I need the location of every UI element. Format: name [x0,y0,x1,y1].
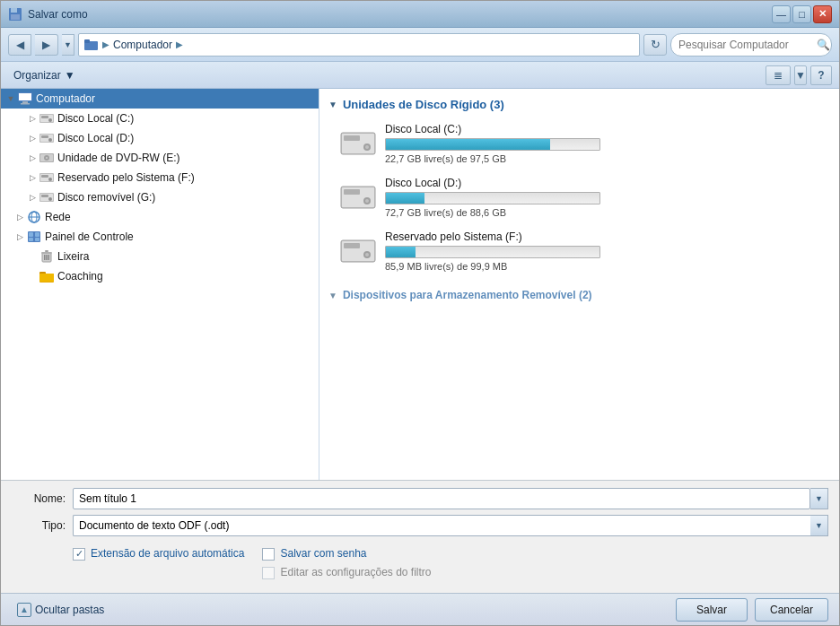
view-list-icon: ≣ [774,69,783,82]
svg-rect-8 [21,103,30,105]
search-icon-button[interactable]: 🔍 [817,39,830,51]
location-bar[interactable]: ▶ Computador ▶ [78,33,640,57]
nav-dropdown-button[interactable]: ▼ [62,34,74,56]
forward-button[interactable]: ▶ [35,34,58,56]
organize-button[interactable]: Organizar ▼ [8,66,81,84]
hide-folders-button[interactable]: ▲ Ocultar pastas [12,600,109,620]
network-icon [26,210,42,224]
disk-info-d: Disco Local (D:) 72,7 GB livre(s) de 88,… [385,177,827,218]
tree-item-controlpanel[interactable]: ▷ Painel de Controle [1,227,319,247]
svg-rect-42 [48,255,50,260]
disk-item-c[interactable]: Disco Local (C:) 22,7 GB livre(s) de 97,… [337,120,830,167]
svg-rect-45 [39,274,54,282]
disk-item-d[interactable]: Disco Local (D:) 72,7 GB livre(s) de 88,… [337,174,830,221]
svg-rect-7 [22,101,28,103]
nome-dropdown-button[interactable]: ▼ [810,488,828,509]
disk-name-f: Reservado pelo Sistema (F:) [385,230,827,243]
save-dialog: Salvar como — □ ✕ ◀ ▶ ▼ ▶ Computador ▶ ↻… [0,0,840,626]
disk-name-c: Disco Local (C:) [385,123,827,135]
checkbox-password-label[interactable]: Salvar com senha [280,547,366,561]
nome-input[interactable] [73,488,810,509]
tree-label-coaching: Coaching [57,270,103,283]
tree-item-c[interactable]: ▷ Disco Local (C:) [1,109,319,128]
disk-bar-container-c [385,138,600,151]
dialog-footer: ▲ Ocultar pastas Salvar Cancelar [1,593,839,625]
tree-item-network[interactable]: ▷ Rede [1,207,319,227]
close-button[interactable]: ✕ [813,5,832,23]
disk-img-c [340,128,376,160]
nome-row: Nome: ▼ [12,488,828,509]
toolbar2-right: ≣ ▼ ? [766,65,832,85]
disk-bar-c [386,139,550,150]
controlpanel-icon [26,230,42,244]
help-icon: ? [818,69,824,82]
svg-rect-53 [344,189,360,195]
search-input[interactable] [678,39,813,51]
tree-item-coaching[interactable]: ▷ Coaching [1,266,319,286]
tree-item-f[interactable]: ▷ Reservado pelo Sistema (F:) [1,168,319,187]
checkbox-password[interactable] [262,548,275,561]
nome-label: Nome: [12,492,66,505]
svg-rect-33 [29,232,33,237]
organize-dropdown-icon: ▼ [65,69,75,82]
refresh-button[interactable]: ↻ [643,34,667,56]
tree-label-controlpanel: Painel de Controle [45,230,134,243]
tree-label-c: Disco Local (C:) [57,112,134,125]
svg-rect-34 [35,232,39,237]
save-button[interactable]: Salvar [676,598,748,622]
address-toolbar: ◀ ▶ ▼ ▶ Computador ▶ ↻ 🔍 [1,28,839,62]
minimize-button[interactable]: — [772,5,791,23]
tree-item-trash[interactable]: ▷ Lixeira [1,247,319,266]
disk-info-c: Disco Local (C:) 22,7 GB livre(s) de 97,… [385,123,827,164]
tree-label-e: Unidade de DVD-RW (E:) [57,152,180,164]
view-button[interactable]: ≣ [766,65,791,85]
maximize-button[interactable]: □ [792,5,811,23]
tipo-input[interactable] [73,515,810,536]
svg-point-28 [48,197,52,201]
tree-item-computer[interactable]: ▼ Computador [1,89,319,109]
cancel-button[interactable]: Cancelar [755,598,828,622]
search-box: 🔍 [670,33,832,57]
location-folder-icon [84,39,99,51]
hdd-c-icon [39,111,55,126]
tree-label-network: Rede [45,211,71,223]
tree-toggle-computer: ▼ [4,92,17,105]
checkbox-extension-item: ✓ Extensão de arquivo automática [73,547,244,561]
svg-point-20 [46,157,48,159]
dialog-icon [8,7,22,22]
svg-rect-27 [41,195,48,197]
help-button[interactable]: ? [810,65,832,85]
checkbox-filter-item: Editar as configurações do filtro [262,566,431,580]
checkbox-extension-label[interactable]: Extensão de arquivo automática [91,547,244,561]
disk-bar-container-f [385,246,600,258]
removable-section-header[interactable]: ▼ Dispositivos para Armazenamento Removí… [328,289,830,301]
back-button[interactable]: ◀ [8,34,31,56]
disk-item-f[interactable]: Reservado pelo Sistema (F:) 85,9 MB livr… [337,228,830,274]
checkbox-extension[interactable]: ✓ [73,548,85,561]
disk-bar-f [386,247,416,257]
tree-toggle-c: ▷ [26,112,39,125]
footer-buttons: Salvar Cancelar [676,598,828,622]
hard-disks-section-header[interactable]: ▼ Unidades de Disco Rígido (3) [328,98,830,111]
disk-bar-d [386,193,424,204]
tree-toggle-network: ▷ [13,211,26,223]
tipo-dropdown-button[interactable]: ▼ [810,515,828,536]
svg-point-24 [48,178,52,181]
title-bar-left: Salvar como [8,7,88,22]
disk-free-d: 72,7 GB livre(s) de 88,6 GB [385,207,827,218]
checkbox-filter-label: Editar as configurações do filtro [280,566,431,580]
tree-toggle-d: ▷ [26,132,39,144]
view-dropdown-button[interactable]: ▼ [794,65,807,85]
tree-item-d[interactable]: ▷ Disco Local (D:) [1,128,319,148]
svg-rect-40 [44,255,46,260]
svg-rect-41 [46,255,48,260]
location-arrow1: ▶ [102,39,109,49]
tree-item-e[interactable]: ▷ Unidade de DVD-RW (E:) [1,148,319,168]
tree-label-computer: Computador [36,92,95,105]
svg-rect-39 [45,250,48,252]
svg-rect-15 [41,135,48,138]
checkbox-col2: Salvar com senha Editar as configurações… [262,547,431,580]
section1-title: Unidades de Disco Rígido (3) [343,98,504,111]
tree-label-f: Reservado pelo Sistema (F:) [57,171,195,184]
tree-item-g[interactable]: ▷ Disco removível (G:) [1,187,319,207]
